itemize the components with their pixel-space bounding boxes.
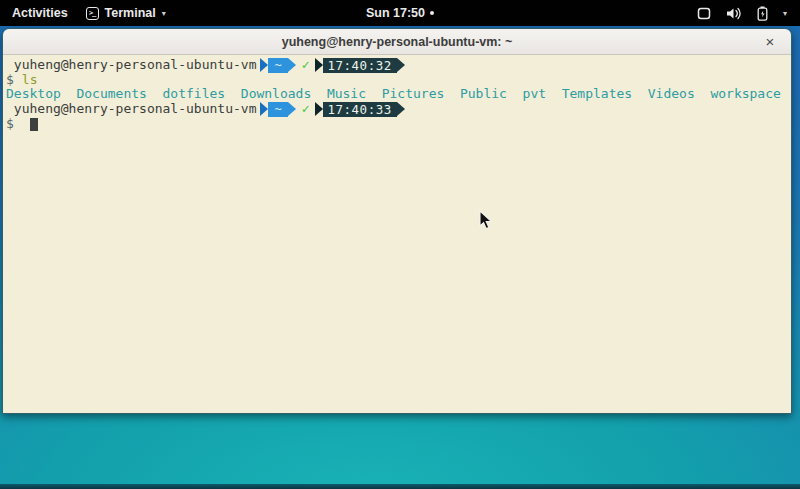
powerline-arrow-icon: [315, 102, 323, 116]
prompt-time-segment: 17:40:33: [315, 102, 405, 117]
status-check-icon: ✓: [302, 58, 310, 73]
terminal-prompt-line: yuheng@henry-personal-ubuntu-vm ~ ✓ 17:4…: [6, 102, 788, 117]
prompt-symbol: $: [6, 73, 14, 88]
app-menu[interactable]: >_ Terminal ▾: [86, 6, 166, 20]
terminal-cursor: [30, 118, 38, 131]
prompt-time: 17:40:32: [323, 58, 397, 73]
desktop-bottom-edge: [0, 484, 800, 489]
terminal-content[interactable]: yuheng@henry-personal-ubuntu-vm ~ ✓ 17:4…: [3, 55, 791, 413]
powerline-arrow-icon: [397, 58, 405, 72]
volume-icon: [726, 7, 742, 20]
terminal-app-icon: >_: [86, 7, 99, 20]
terminal-command-line: $ ls: [6, 73, 788, 88]
prompt-time-segment: 17:40:32: [315, 58, 405, 73]
chevron-down-icon: ▾: [783, 9, 787, 18]
clock[interactable]: Sun 17:50: [366, 6, 425, 20]
prompt-path: ~: [268, 58, 287, 73]
prompt-path-segment: ~: [260, 58, 295, 73]
window-titlebar[interactable]: yuheng@henry-personal-ubuntu-vm: ~ ×: [3, 29, 791, 55]
system-status-area[interactable]: ▾: [697, 6, 800, 21]
terminal-output-directories: Desktop Documents dotfiles Downloads Mus…: [6, 87, 788, 102]
prompt-symbol: $: [6, 117, 14, 132]
close-icon[interactable]: ×: [761, 33, 779, 51]
top-bar: Activities >_ Terminal ▾ Sun 17:50 ▾: [0, 0, 800, 26]
powerline-arrow-icon: [288, 102, 296, 116]
command-text: ls: [22, 73, 38, 88]
powerline-arrow-icon: [260, 58, 268, 72]
battery-charging-icon: [757, 6, 768, 21]
powerline-arrow-icon: [397, 102, 405, 116]
terminal-input-line[interactable]: $: [6, 117, 788, 132]
screen-icon: [697, 7, 711, 20]
chevron-down-icon: ▾: [162, 9, 166, 18]
prompt-user-host: yuheng@henry-personal-ubuntu-vm: [6, 58, 256, 73]
prompt-path-segment: ~: [260, 102, 295, 117]
prompt-path: ~: [268, 102, 287, 117]
window-title: yuheng@henry-personal-ubuntu-vm: ~: [3, 35, 791, 49]
notification-dot-icon: [430, 11, 434, 15]
prompt-time: 17:40:33: [323, 102, 397, 117]
status-check-icon: ✓: [302, 102, 310, 117]
powerline-arrow-icon: [315, 58, 323, 72]
powerline-arrow-icon: [260, 102, 268, 116]
activities-button[interactable]: Activities: [12, 6, 68, 20]
app-menu-label: Terminal: [105, 6, 156, 20]
terminal-window: yuheng@henry-personal-ubuntu-vm: ~ × yuh…: [2, 28, 792, 414]
prompt-user-host: yuheng@henry-personal-ubuntu-vm: [6, 102, 256, 117]
powerline-arrow-icon: [288, 58, 296, 72]
terminal-prompt-line: yuheng@henry-personal-ubuntu-vm ~ ✓ 17:4…: [6, 58, 788, 73]
